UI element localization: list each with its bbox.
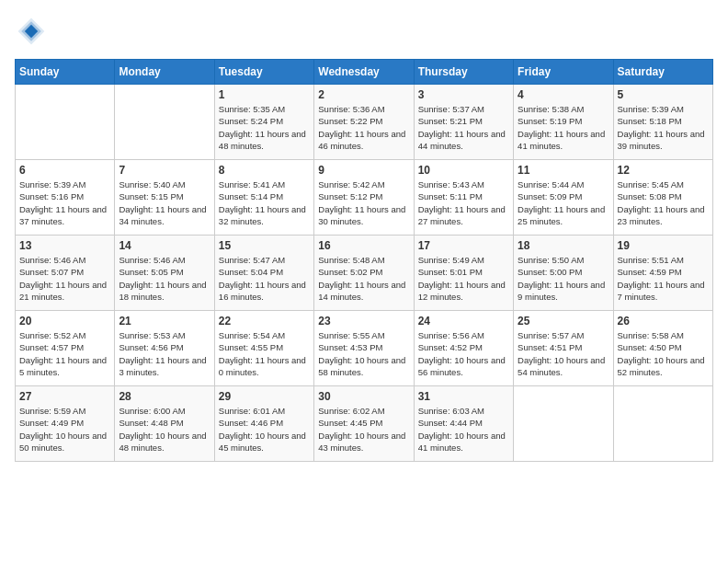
calendar-cell: 26Sunrise: 5:58 AMSunset: 4:50 PMDayligh…	[613, 311, 712, 386]
weekday-header-wednesday: Wednesday	[314, 60, 414, 85]
calendar-cell: 16Sunrise: 5:48 AMSunset: 5:02 PMDayligh…	[314, 236, 414, 311]
day-info: Sunrise: 5:52 AMSunset: 4:57 PMDaylight:…	[19, 329, 110, 378]
day-number: 13	[19, 239, 110, 252]
day-info: Sunrise: 5:41 AMSunset: 5:14 PMDaylight:…	[219, 178, 310, 227]
weekday-header-row: SundayMondayTuesdayWednesdayThursdayFrid…	[16, 60, 713, 85]
day-info: Sunrise: 5:44 AMSunset: 5:09 PMDaylight:…	[518, 178, 609, 227]
day-info: Sunrise: 5:47 AMSunset: 5:04 PMDaylight:…	[219, 254, 310, 303]
calendar-cell: 10Sunrise: 5:43 AMSunset: 5:11 PMDayligh…	[414, 160, 513, 236]
day-info: Sunrise: 5:46 AMSunset: 5:07 PMDaylight:…	[19, 254, 110, 303]
day-info: Sunrise: 5:38 AMSunset: 5:19 PMDaylight:…	[518, 103, 609, 152]
calendar-cell: 30Sunrise: 6:02 AMSunset: 4:45 PMDayligh…	[314, 386, 414, 462]
day-number: 30	[318, 390, 409, 403]
calendar-cell: 5Sunrise: 5:39 AMSunset: 5:18 PMDaylight…	[613, 85, 712, 160]
day-number: 5	[618, 88, 709, 101]
day-info: Sunrise: 5:53 AMSunset: 4:56 PMDaylight:…	[119, 329, 210, 378]
day-number: 24	[418, 315, 509, 327]
calendar-cell: 15Sunrise: 5:47 AMSunset: 5:04 PMDayligh…	[214, 236, 313, 311]
calendar-cell: 13Sunrise: 5:46 AMSunset: 5:07 PMDayligh…	[16, 236, 115, 311]
day-info: Sunrise: 5:35 AMSunset: 5:24 PMDaylight:…	[219, 103, 310, 152]
day-info: Sunrise: 5:59 AMSunset: 4:49 PMDaylight:…	[19, 405, 110, 454]
page-header	[15, 15, 713, 48]
calendar-cell: 27Sunrise: 5:59 AMSunset: 4:49 PMDayligh…	[16, 386, 115, 462]
day-number: 21	[119, 315, 210, 327]
day-info: Sunrise: 5:39 AMSunset: 5:16 PMDaylight:…	[19, 178, 110, 227]
calendar-cell: 24Sunrise: 5:56 AMSunset: 4:52 PMDayligh…	[414, 311, 513, 386]
calendar-week-4: 20Sunrise: 5:52 AMSunset: 4:57 PMDayligh…	[16, 311, 713, 386]
calendar-cell: 19Sunrise: 5:51 AMSunset: 4:59 PMDayligh…	[613, 236, 712, 311]
calendar-cell: 6Sunrise: 5:39 AMSunset: 5:16 PMDaylight…	[16, 160, 115, 236]
day-number: 1	[219, 88, 310, 101]
day-info: Sunrise: 5:37 AMSunset: 5:21 PMDaylight:…	[418, 103, 509, 152]
day-info: Sunrise: 5:46 AMSunset: 5:05 PMDaylight:…	[119, 254, 210, 303]
calendar-cell: 2Sunrise: 5:36 AMSunset: 5:22 PMDaylight…	[314, 85, 414, 160]
logo-icon	[15, 15, 48, 48]
day-info: Sunrise: 6:01 AMSunset: 4:46 PMDaylight:…	[219, 405, 310, 454]
calendar-cell: 1Sunrise: 5:35 AMSunset: 5:24 PMDaylight…	[214, 85, 313, 160]
weekday-header-friday: Friday	[514, 60, 613, 85]
day-number: 15	[219, 239, 310, 252]
weekday-header-thursday: Thursday	[414, 60, 513, 85]
calendar-cell: 17Sunrise: 5:49 AMSunset: 5:01 PMDayligh…	[414, 236, 513, 311]
day-number: 20	[19, 315, 110, 327]
calendar-cell: 11Sunrise: 5:44 AMSunset: 5:09 PMDayligh…	[514, 160, 613, 236]
day-number: 19	[618, 239, 709, 252]
day-info: Sunrise: 5:51 AMSunset: 4:59 PMDaylight:…	[618, 254, 709, 303]
calendar-cell: 22Sunrise: 5:54 AMSunset: 4:55 PMDayligh…	[214, 311, 313, 386]
day-number: 27	[19, 390, 110, 403]
day-number: 22	[219, 315, 310, 327]
calendar-cell	[115, 85, 214, 160]
day-number: 8	[219, 164, 310, 177]
day-number: 28	[119, 390, 210, 403]
day-info: Sunrise: 5:49 AMSunset: 5:01 PMDaylight:…	[418, 254, 509, 303]
calendar-week-3: 13Sunrise: 5:46 AMSunset: 5:07 PMDayligh…	[16, 236, 713, 311]
day-info: Sunrise: 5:36 AMSunset: 5:22 PMDaylight:…	[318, 103, 409, 152]
calendar-cell: 29Sunrise: 6:01 AMSunset: 4:46 PMDayligh…	[214, 386, 313, 462]
day-info: Sunrise: 6:03 AMSunset: 4:44 PMDaylight:…	[418, 405, 509, 454]
calendar-cell: 21Sunrise: 5:53 AMSunset: 4:56 PMDayligh…	[115, 311, 214, 386]
calendar-cell: 20Sunrise: 5:52 AMSunset: 4:57 PMDayligh…	[16, 311, 115, 386]
calendar-cell: 25Sunrise: 5:57 AMSunset: 4:51 PMDayligh…	[514, 311, 613, 386]
logo	[15, 15, 51, 48]
calendar-week-1: 1Sunrise: 5:35 AMSunset: 5:24 PMDaylight…	[16, 85, 713, 160]
day-number: 2	[318, 88, 409, 101]
day-number: 12	[618, 164, 709, 177]
day-info: Sunrise: 5:54 AMSunset: 4:55 PMDaylight:…	[219, 329, 310, 378]
day-info: Sunrise: 5:50 AMSunset: 5:00 PMDaylight:…	[518, 254, 609, 303]
day-number: 17	[418, 239, 509, 252]
calendar-cell: 9Sunrise: 5:42 AMSunset: 5:12 PMDaylight…	[314, 160, 414, 236]
calendar-cell: 8Sunrise: 5:41 AMSunset: 5:14 PMDaylight…	[214, 160, 313, 236]
day-number: 23	[318, 315, 409, 327]
day-number: 16	[318, 239, 409, 252]
day-number: 25	[518, 315, 609, 327]
calendar-week-5: 27Sunrise: 5:59 AMSunset: 4:49 PMDayligh…	[16, 386, 713, 462]
day-number: 18	[518, 239, 609, 252]
calendar-cell	[514, 386, 613, 462]
calendar-cell: 23Sunrise: 5:55 AMSunset: 4:53 PMDayligh…	[314, 311, 414, 386]
calendar-cell: 31Sunrise: 6:03 AMSunset: 4:44 PMDayligh…	[414, 386, 513, 462]
calendar-cell: 18Sunrise: 5:50 AMSunset: 5:00 PMDayligh…	[514, 236, 613, 311]
day-info: Sunrise: 6:00 AMSunset: 4:48 PMDaylight:…	[119, 405, 210, 454]
calendar-cell: 14Sunrise: 5:46 AMSunset: 5:05 PMDayligh…	[115, 236, 214, 311]
day-info: Sunrise: 5:57 AMSunset: 4:51 PMDaylight:…	[518, 329, 609, 378]
day-info: Sunrise: 5:45 AMSunset: 5:08 PMDaylight:…	[618, 178, 709, 227]
day-number: 14	[119, 239, 210, 252]
day-info: Sunrise: 5:42 AMSunset: 5:12 PMDaylight:…	[318, 178, 409, 227]
calendar-cell: 4Sunrise: 5:38 AMSunset: 5:19 PMDaylight…	[514, 85, 613, 160]
weekday-header-saturday: Saturday	[613, 60, 712, 85]
weekday-header-sunday: Sunday	[16, 60, 115, 85]
calendar-cell: 28Sunrise: 6:00 AMSunset: 4:48 PMDayligh…	[115, 386, 214, 462]
day-number: 31	[418, 390, 509, 403]
day-number: 26	[618, 315, 709, 327]
day-info: Sunrise: 6:02 AMSunset: 4:45 PMDaylight:…	[318, 405, 409, 454]
day-info: Sunrise: 5:43 AMSunset: 5:11 PMDaylight:…	[418, 178, 509, 227]
day-number: 10	[418, 164, 509, 177]
day-number: 6	[19, 164, 110, 177]
calendar-cell: 12Sunrise: 5:45 AMSunset: 5:08 PMDayligh…	[613, 160, 712, 236]
day-number: 7	[119, 164, 210, 177]
day-info: Sunrise: 5:58 AMSunset: 4:50 PMDaylight:…	[618, 329, 709, 378]
calendar-cell	[613, 386, 712, 462]
day-info: Sunrise: 5:48 AMSunset: 5:02 PMDaylight:…	[318, 254, 409, 303]
weekday-header-tuesday: Tuesday	[214, 60, 313, 85]
day-info: Sunrise: 5:39 AMSunset: 5:18 PMDaylight:…	[618, 103, 709, 152]
